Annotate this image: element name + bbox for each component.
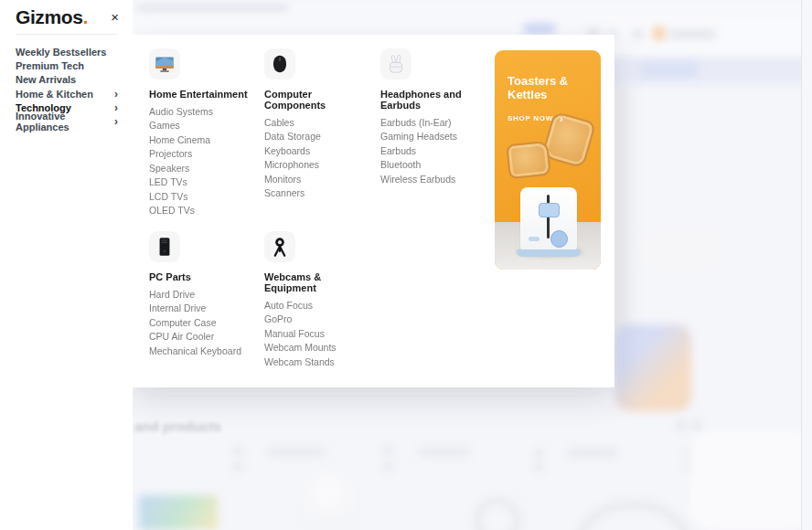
page-edge-divider: [801, 0, 802, 530]
toaster-base: [517, 249, 581, 257]
category-thumbnail: [149, 48, 180, 80]
category-links: Earbuds (In-Ear)Gaming HeadsetsEarbudsBl…: [380, 116, 492, 186]
category-links: Audio SystemsGamesHome CinemaProjectorsS…: [149, 105, 261, 218]
toaster-lever: [539, 203, 560, 217]
category-title[interactable]: PC Parts: [149, 271, 261, 282]
drawer-nav: Weekly Bestsellers Premium Tech New Arri…: [0, 35, 133, 129]
shop-now-label: SHOP NOW: [508, 114, 553, 122]
menu-link[interactable]: CPU Air Cooler: [149, 330, 261, 344]
category-title[interactable]: Computer Components: [264, 89, 376, 111]
menu-link[interactable]: Webcam Mounts: [264, 341, 376, 355]
menu-link[interactable]: Audio Systems: [149, 105, 261, 119]
chevron-right-icon: ›: [114, 101, 118, 114]
menu-link[interactable]: LCD TVs: [149, 190, 261, 204]
sidebar-item-new-arrivals[interactable]: New Arrivals: [16, 73, 118, 87]
menu-link[interactable]: Bluetooth: [380, 158, 492, 172]
sidebar-item-label: New Arrivals: [16, 74, 76, 85]
logo-text: Gizmos: [16, 6, 82, 27]
menu-link[interactable]: Projectors: [149, 147, 261, 161]
category-links: Auto FocusGoProManual FocusWebcam Mounts…: [264, 299, 376, 369]
tv-icon: [153, 52, 176, 76]
menu-link[interactable]: GoPro: [264, 313, 376, 326]
category-computer-components: Computer Components CablesData StorageKe…: [264, 48, 376, 201]
chevron-right-icon: ›: [114, 88, 118, 101]
menu-link[interactable]: Computer Case: [149, 316, 261, 330]
promo-title-line2: Kettles: [508, 88, 568, 101]
sidebar-item-innovative-appliances[interactable]: Innovative Appliances ›: [16, 114, 118, 128]
category-thumbnail: [264, 48, 295, 80]
sidebar-item-label: Weekly Bestsellers: [16, 47, 106, 58]
promo-title-line1: Toasters &: [508, 74, 568, 88]
logo-dot: .: [82, 6, 87, 27]
mega-menu-panel: Home Entertainment Audio SystemsGamesHom…: [133, 35, 614, 387]
menu-link[interactable]: OLED TVs: [149, 204, 261, 217]
sidebar-item-label: Innovative Appliances: [16, 111, 114, 132]
toast-image: [506, 141, 551, 180]
menu-link[interactable]: Keyboards: [264, 144, 376, 158]
webcam-icon: [268, 235, 292, 259]
sidebar-item-premium-tech[interactable]: Premium Tech: [16, 58, 118, 72]
page: and products Home Entertainment Audio Sy…: [0, 0, 812, 530]
menu-link[interactable]: LED TVs: [149, 175, 261, 189]
menu-drawer-sidebar: Gizmos. × Weekly Bestsellers Premium Tec…: [0, 0, 133, 530]
menu-link[interactable]: Earbuds (In-Ear): [380, 116, 492, 130]
menu-link[interactable]: Earbuds: [380, 144, 492, 158]
toaster-knob: [550, 230, 568, 248]
scrollbar-track[interactable]: [802, 0, 812, 530]
menu-link[interactable]: Webcam Stands: [264, 355, 376, 369]
drawer-header: Gizmos. ×: [0, 0, 133, 28]
sidebar-item-label: Home & Kitchen: [16, 89, 93, 100]
menu-link[interactable]: Microphones: [264, 158, 376, 172]
category-headphones-earbuds: Headphones and Earbuds Earbuds (In-Ear)G…: [380, 48, 492, 186]
category-title[interactable]: Webcams & Equipment: [264, 271, 376, 293]
category-webcams-equipment: Webcams & Equipment Auto FocusGoProManua…: [264, 231, 376, 369]
menu-link[interactable]: Speakers: [149, 162, 261, 175]
shop-now-button[interactable]: SHOP NOW ›: [508, 114, 563, 122]
category-pc-parts: PC Parts Hard DriveInternal DriveCompute…: [149, 231, 261, 358]
category-thumbnail: [380, 48, 411, 80]
sidebar-item-label: Premium Tech: [16, 60, 84, 71]
menu-link[interactable]: Monitors: [264, 173, 376, 186]
category-thumbnail: [264, 231, 295, 262]
sidebar-item-home-kitchen[interactable]: Home & Kitchen ›: [16, 87, 118, 101]
category-thumbnail: [149, 231, 180, 262]
toaster-button: [529, 237, 540, 241]
menu-link[interactable]: Hard Drive: [149, 288, 261, 302]
promo-banner-toasters-kettles[interactable]: Toasters & Kettles SHOP NOW ›: [495, 50, 601, 270]
pc-tower-icon: [153, 235, 176, 259]
menu-link[interactable]: Home Cinema: [149, 133, 261, 147]
menu-link[interactable]: Games: [149, 119, 261, 132]
menu-link[interactable]: Scanners: [264, 186, 376, 200]
category-links: Hard DriveInternal DriveComputer CaseCPU…: [149, 288, 261, 358]
chevron-right-icon: ›: [114, 115, 118, 128]
menu-link[interactable]: Manual Focus: [264, 327, 376, 341]
sidebar-item-weekly-bestsellers[interactable]: Weekly Bestsellers: [16, 45, 118, 58]
close-icon[interactable]: ×: [109, 6, 121, 28]
menu-link[interactable]: Mechanical Keyboard: [149, 344, 261, 358]
menu-link[interactable]: Auto Focus: [264, 299, 376, 313]
category-links: CablesData StorageKeyboardsMicrophonesMo…: [264, 116, 376, 201]
mouse-icon: [268, 52, 292, 76]
menu-link[interactable]: Wireless Earbuds: [380, 173, 492, 186]
menu-link[interactable]: Gaming Headsets: [380, 130, 492, 143]
chevron-right-icon: ›: [560, 115, 563, 122]
category-title[interactable]: Headphones and Earbuds: [380, 89, 492, 111]
category-title[interactable]: Home Entertainment: [149, 89, 261, 100]
category-home-entertainment: Home Entertainment Audio SystemsGamesHom…: [149, 48, 261, 218]
promo-title: Toasters & Kettles: [508, 74, 568, 101]
menu-link[interactable]: Cables: [264, 116, 376, 130]
gizmos-logo[interactable]: Gizmos.: [16, 6, 88, 28]
toaster-image: [520, 187, 577, 251]
menu-link[interactable]: Internal Drive: [149, 302, 261, 315]
earbuds-icon: [384, 52, 408, 76]
menu-link[interactable]: Data Storage: [264, 130, 376, 143]
